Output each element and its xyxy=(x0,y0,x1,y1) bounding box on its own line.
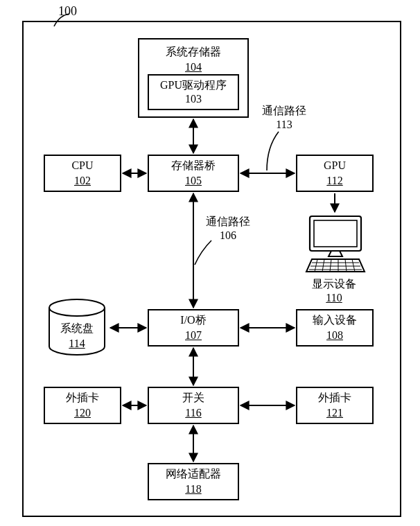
svg-rect-0 xyxy=(310,216,361,251)
block-title: 开关 xyxy=(182,391,204,405)
system-disk-icon: 系统盘 114 xyxy=(45,298,109,358)
block-title: I/O桥 xyxy=(180,313,206,327)
block-title: 外插卡 xyxy=(318,391,351,405)
figure-reference: 100 xyxy=(58,4,77,19)
block-ref: 116 xyxy=(185,406,201,420)
block-ref: 107 xyxy=(185,328,202,342)
label-ref: 110 xyxy=(312,291,356,305)
label-title: 通信路径 xyxy=(262,104,306,118)
label-title: 显示设备 xyxy=(312,277,356,291)
block-title: 存储器桥 xyxy=(171,159,216,173)
block-title: 网络适配器 xyxy=(166,467,221,481)
label-title: 通信路径 xyxy=(206,215,250,229)
block-network-adapter: 网络适配器 118 xyxy=(148,463,239,500)
block-title: 系统存储器 xyxy=(166,45,221,59)
svg-point-11 xyxy=(49,299,105,316)
block-ref: 112 xyxy=(326,174,342,188)
block-memory-bridge: 存储器桥 105 xyxy=(148,155,239,192)
block-title: 系统盘 xyxy=(60,322,94,334)
label-ref: 106 xyxy=(206,229,250,243)
block-ref: 121 xyxy=(326,406,343,420)
block-ref: 120 xyxy=(74,406,91,420)
label-display-device: 显示设备 110 xyxy=(312,277,356,305)
block-gpu: GPU 112 xyxy=(296,155,374,192)
block-title: CPU xyxy=(71,159,93,173)
block-title: GPU xyxy=(324,159,346,173)
block-title: GPU驱动程序 xyxy=(160,78,227,92)
block-input-device: 输入设备 108 xyxy=(296,309,374,347)
block-ref: 114 xyxy=(45,337,109,351)
block-addin-card-right: 外插卡 121 xyxy=(296,387,374,424)
block-title: 输入设备 xyxy=(313,313,357,327)
label-comm-path-113: 通信路径 113 xyxy=(262,104,306,132)
diagram-stage: 100 系统存储器 104 GPU驱动程序 103 CPU 102 存储器桥 1… xyxy=(0,0,420,526)
block-ref: 103 xyxy=(185,92,202,106)
block-switch: 开关 116 xyxy=(148,387,239,424)
block-title: 外插卡 xyxy=(66,391,99,405)
block-ref: 105 xyxy=(185,174,202,188)
display-device-icon xyxy=(304,213,367,276)
block-addin-card-left: 外插卡 120 xyxy=(44,387,121,424)
block-io-bridge: I/O桥 107 xyxy=(148,309,239,347)
label-comm-path-106: 通信路径 106 xyxy=(206,215,250,243)
block-cpu: CPU 102 xyxy=(44,155,121,192)
block-ref: 118 xyxy=(185,482,201,496)
svg-rect-1 xyxy=(314,220,357,247)
block-ref: 108 xyxy=(326,328,343,342)
block-ref: 102 xyxy=(74,174,91,188)
block-gpu-driver: GPU驱动程序 103 xyxy=(148,74,239,110)
block-ref: 104 xyxy=(185,60,202,74)
label-ref: 113 xyxy=(262,118,306,132)
